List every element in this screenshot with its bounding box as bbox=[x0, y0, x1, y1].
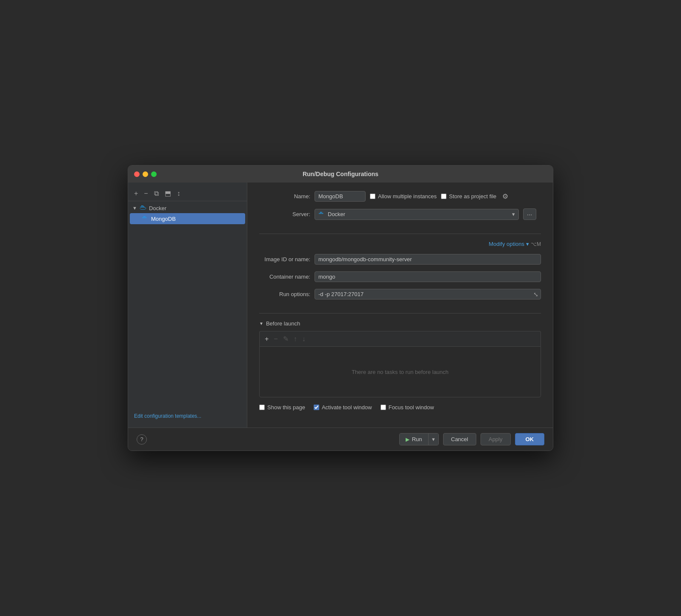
server-more-button[interactable]: ··· bbox=[523, 208, 536, 220]
sidebar-toolbar: + − ⧉ ⬒ ↕ bbox=[128, 186, 247, 201]
before-launch-label: Before launch bbox=[266, 320, 300, 327]
footer-right: ▶ Run ▾ Cancel Apply OK bbox=[399, 433, 544, 445]
play-icon: ▶ bbox=[406, 436, 409, 442]
before-launch-add-button[interactable]: + bbox=[263, 334, 270, 344]
svg-rect-6 bbox=[142, 217, 143, 218]
name-label: Name: bbox=[259, 193, 310, 200]
before-launch-move-up-button[interactable]: ↑ bbox=[292, 334, 299, 344]
remove-config-button[interactable]: − bbox=[142, 189, 149, 198]
run-debug-dialog: Run/Debug Configurations + − ⧉ ⬒ ↕ ▼ bbox=[128, 165, 553, 451]
before-launch-area: There are no tasks to run before launch bbox=[259, 346, 541, 397]
modify-options-shortcut: ⌥M bbox=[531, 241, 541, 247]
server-row: Server: Docker ▾ ··· bbox=[259, 208, 541, 220]
dialog-content: + − ⧉ ⬒ ↕ ▼ Docker bbox=[128, 183, 553, 428]
minimize-button[interactable] bbox=[143, 171, 148, 177]
chevron-down-icon: ▼ bbox=[132, 205, 137, 211]
docker-group-label: Docker bbox=[149, 205, 166, 211]
chevron-down-icon: ▼ bbox=[259, 321, 263, 326]
dialog-title: Run/Debug Configurations bbox=[303, 171, 378, 177]
allow-multiple-instances-checkbox[interactable] bbox=[370, 194, 375, 199]
svg-rect-2 bbox=[143, 207, 143, 208]
server-label: Server: bbox=[259, 211, 310, 217]
store-as-project-file-checkbox[interactable] bbox=[441, 194, 446, 199]
edit-templates-link[interactable]: Edit configuration templates... bbox=[128, 408, 247, 424]
mongodb-item-label: MongoDB bbox=[151, 216, 176, 222]
sidebar: + − ⧉ ⬒ ↕ ▼ Docker bbox=[128, 183, 247, 428]
before-launch-move-down-button[interactable]: ↓ bbox=[300, 334, 307, 344]
before-launch-empty-text: There are no tasks to run before launch bbox=[352, 369, 449, 375]
ok-button[interactable]: OK bbox=[515, 433, 545, 445]
svg-rect-17 bbox=[322, 213, 323, 214]
container-name-label: Container name: bbox=[259, 274, 310, 280]
modify-options-button[interactable]: Modify options ▾ bbox=[489, 241, 529, 247]
svg-rect-10 bbox=[145, 216, 146, 217]
run-button[interactable]: ▶ Run bbox=[400, 433, 428, 445]
allow-multiple-instances-group: Allow multiple instances bbox=[370, 193, 437, 200]
run-options-row: Run options: ⤡ bbox=[259, 289, 541, 299]
docker-group-icon bbox=[140, 205, 146, 211]
svg-rect-7 bbox=[143, 217, 144, 218]
svg-rect-9 bbox=[143, 216, 144, 217]
docker-group[interactable]: ▼ Docker bbox=[128, 203, 247, 213]
move-config-button[interactable]: ⬒ bbox=[163, 188, 173, 198]
image-id-label: Image ID or name: bbox=[259, 256, 310, 262]
cancel-button[interactable]: Cancel bbox=[443, 433, 476, 445]
image-id-input[interactable] bbox=[315, 254, 541, 265]
store-as-project-file-group: Store as project file bbox=[441, 193, 496, 200]
svg-rect-16 bbox=[321, 212, 322, 213]
focus-tool-window-checkbox[interactable] bbox=[381, 405, 386, 410]
mongodb-item-icon bbox=[142, 215, 149, 222]
show-this-page-checkbox[interactable] bbox=[259, 405, 265, 410]
run-button-group: ▶ Run ▾ bbox=[399, 433, 439, 445]
bottom-checkboxes: Show this page Activate tool window Focu… bbox=[259, 404, 541, 411]
expand-run-options-button[interactable]: ⤡ bbox=[533, 291, 538, 298]
main-panel: Name: Allow multiple instances Store as … bbox=[247, 183, 553, 428]
svg-rect-11 bbox=[146, 217, 146, 218]
activate-tool-window-label[interactable]: Activate tool window bbox=[314, 404, 372, 411]
run-options-input[interactable] bbox=[315, 289, 541, 299]
gear-button[interactable]: ⚙ bbox=[501, 191, 510, 201]
svg-rect-12 bbox=[319, 213, 320, 214]
close-button[interactable] bbox=[134, 171, 140, 177]
run-dropdown-button[interactable]: ▾ bbox=[428, 433, 438, 445]
divider-2 bbox=[259, 313, 541, 314]
add-config-button[interactable]: + bbox=[132, 189, 140, 198]
name-row: Name: Allow multiple instances Store as … bbox=[259, 191, 541, 202]
image-id-row: Image ID or name: bbox=[259, 254, 541, 265]
before-launch-section[interactable]: ▼ Before launch bbox=[259, 320, 541, 327]
allow-multiple-instances-label: Allow multiple instances bbox=[378, 193, 437, 200]
svg-rect-0 bbox=[140, 207, 141, 208]
svg-rect-8 bbox=[145, 217, 146, 218]
show-this-page-label[interactable]: Show this page bbox=[259, 404, 305, 411]
svg-rect-14 bbox=[321, 213, 322, 214]
footer: ? ▶ Run ▾ Cancel Apply OK bbox=[128, 428, 553, 451]
run-options-label: Run options: bbox=[259, 291, 310, 297]
copy-config-button[interactable]: ⧉ bbox=[152, 189, 160, 198]
name-input[interactable] bbox=[315, 191, 366, 202]
store-as-project-file-label: Store as project file bbox=[449, 193, 496, 200]
before-launch-edit-button[interactable]: ✎ bbox=[281, 334, 290, 344]
mongodb-item[interactable]: MongoDB bbox=[130, 213, 245, 224]
before-launch-remove-button[interactable]: − bbox=[272, 334, 279, 344]
activate-tool-window-checkbox[interactable] bbox=[314, 405, 319, 410]
server-dropdown[interactable]: Docker ▾ bbox=[315, 209, 519, 220]
maximize-button[interactable] bbox=[151, 171, 157, 177]
svg-rect-13 bbox=[320, 213, 321, 214]
svg-rect-15 bbox=[320, 212, 321, 213]
container-name-input[interactable] bbox=[315, 271, 541, 282]
container-name-row: Container name: bbox=[259, 271, 541, 282]
modify-options-row: Modify options ▾ ⌥M bbox=[259, 241, 541, 247]
focus-tool-window-label[interactable]: Focus tool window bbox=[381, 404, 434, 411]
help-button[interactable]: ? bbox=[137, 434, 147, 445]
before-launch-toolbar: + − ✎ ↑ ↓ bbox=[259, 331, 541, 346]
server-value: Docker bbox=[328, 211, 345, 217]
sort-config-button[interactable]: ↕ bbox=[175, 189, 182, 198]
apply-button[interactable]: Apply bbox=[481, 433, 511, 445]
title-bar: Run/Debug Configurations bbox=[128, 165, 553, 183]
chevron-down-icon: ▾ bbox=[526, 241, 529, 247]
traffic-lights bbox=[134, 171, 157, 177]
svg-rect-1 bbox=[141, 207, 142, 208]
server-docker-icon bbox=[318, 211, 325, 218]
dropdown-arrow-icon: ▾ bbox=[512, 211, 515, 217]
divider-1 bbox=[259, 234, 541, 234]
